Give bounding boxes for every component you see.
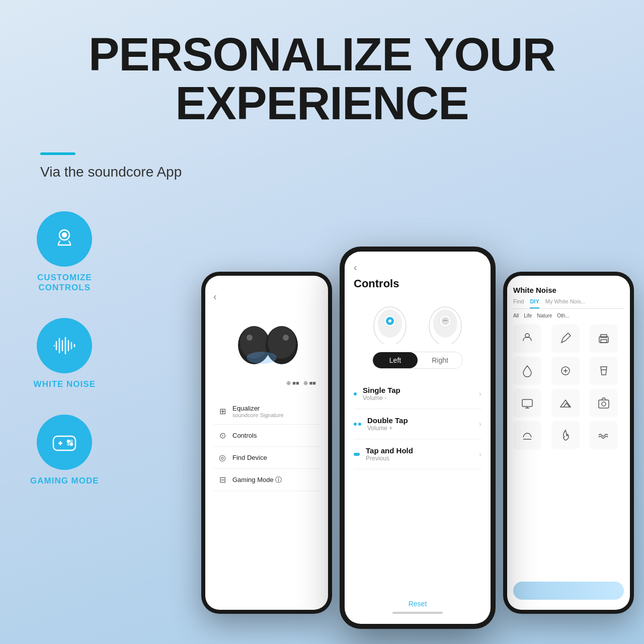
feature-gaming-mode: GAMING MODE [30, 415, 99, 486]
left-phone-menu: ⊞ Equalizer soundcore Signature ⊙ Contro… [213, 398, 320, 491]
phone-center: ‹ Controls [340, 247, 496, 629]
phone-right: White Noise Find DIY My White Nois... Al… [503, 272, 634, 614]
single-tap-text: Single Tap Volume - [363, 386, 473, 401]
phone-right-screen: White Noise Find DIY My White Nois... Al… [507, 276, 630, 610]
sound-icon-dog [513, 325, 541, 353]
left-phone-battery: ⊕ ■■ ⊕ ■■ [213, 378, 320, 388]
svg-rect-25 [599, 400, 609, 408]
touch-icon [49, 224, 79, 254]
reset-button[interactable]: Reset [354, 592, 481, 608]
svg-point-6 [67, 440, 69, 442]
controls-screen: ‹ Controls [345, 252, 491, 624]
svg-point-15 [283, 335, 289, 341]
double-tap-sublabel: Volume + [367, 425, 473, 432]
tap-hold-control[interactable]: Tap and Hold Previous › [354, 439, 481, 469]
lr-toggle[interactable]: Left Right [372, 352, 463, 369]
sound-icon-tv [513, 389, 541, 417]
tab-my-white-noise: My White Nois... [545, 298, 586, 308]
gaming-mode-menu-label: Gaming Mode ⓘ [232, 475, 282, 485]
white-noise-icon-grid [513, 325, 624, 449]
menu-item-controls: ⊙ Controls [213, 425, 320, 447]
sound-icon-fire [551, 421, 580, 449]
svg-point-26 [602, 402, 606, 406]
svg-rect-22 [522, 399, 532, 407]
sound-icon-pen [551, 325, 580, 353]
controls-title: Controls [354, 277, 481, 290]
double-tap-title: Double Tap [367, 416, 473, 425]
controls-earbuds [354, 298, 481, 344]
svg-point-12 [247, 335, 253, 341]
svg-point-7 [70, 443, 72, 445]
tap-hold-sublabel: Previous [366, 455, 473, 462]
gamepad-icon [49, 427, 79, 457]
right-earbud-illustration [425, 298, 465, 344]
left-earbud-illustration [370, 298, 410, 344]
svg-point-1 [62, 233, 66, 237]
menu-item-equalizer: ⊞ Equalizer soundcore Signature [213, 398, 320, 425]
white-noise-icon-circle [37, 318, 92, 373]
sound-icon-food [551, 357, 580, 385]
svg-point-32 [388, 319, 391, 323]
left-tab[interactable]: Left [373, 352, 418, 368]
features-list: CUSTOMIZECONTROLS WHITE NOISE [30, 211, 99, 486]
right-phone-content: White Noise Find DIY My White Nois... Al… [507, 276, 630, 610]
white-noise-title: White Noise [513, 286, 624, 294]
white-noise-label: WHITE NOISE [34, 379, 96, 389]
tap-hold-title: Tap and Hold [366, 446, 473, 455]
find-device-icon: ◎ [217, 453, 227, 462]
single-tap-control[interactable]: Single Tap Volume - › [354, 379, 481, 409]
equalizer-label: Equalizer [232, 405, 284, 412]
gaming-mode-label: GAMING MODE [30, 476, 99, 486]
feature-white-noise: WHITE NOISE [34, 318, 96, 389]
equalizer-sublabel: soundcore Signature [232, 412, 284, 418]
main-title: PERSONALIZE YOUR EXPERIENCE [40, 30, 604, 127]
equalizer-icon: ⊞ [217, 407, 227, 416]
svg-rect-20 [601, 340, 607, 343]
single-tap-chevron: › [479, 389, 481, 398]
tab-diy: DIY [530, 298, 539, 308]
gaming-mode-menu-icon: ⊟ [217, 475, 227, 485]
controls-back: ‹ [354, 262, 481, 273]
sound-icon-photo [590, 389, 618, 417]
white-noise-tabs: Find DIY My White Nois... [513, 298, 624, 309]
sound-icon-water [513, 357, 541, 385]
gaming-mode-icon-circle [37, 415, 92, 470]
controls-label: Controls [232, 432, 257, 439]
sound-icon-weather [513, 421, 541, 449]
home-indicator [392, 612, 443, 614]
sound-icon-waves [590, 421, 618, 449]
customize-controls-icon-circle [37, 211, 92, 267]
controls-icon: ⊙ [217, 431, 227, 440]
phone-center-screen: ‹ Controls [345, 252, 491, 624]
tab-find: Find [513, 298, 524, 308]
subtitle-text: Via the soundcore App [40, 164, 604, 180]
tap-hold-text: Tap and Hold Previous [366, 446, 473, 462]
phone-left: ‹ [201, 272, 332, 614]
earbuds-image [231, 312, 302, 373]
tap-hold-chevron: › [479, 450, 481, 459]
right-tab[interactable]: Right [418, 352, 462, 368]
svg-point-36 [441, 317, 449, 325]
menu-item-find-device: ◎ Find Device [213, 447, 320, 469]
category-nature: Nature [537, 313, 552, 318]
feature-customize-controls: CUSTOMIZECONTROLS [37, 211, 92, 293]
subtitle-section: Via the soundcore App [0, 137, 644, 180]
menu-item-gaming-mode: ⊟ Gaming Mode ⓘ [213, 469, 320, 491]
left-phone-content: ‹ [205, 276, 328, 610]
double-tap-text: Double Tap Volume + [367, 416, 473, 432]
tap-hold-indicator [354, 453, 360, 456]
customize-controls-label: CUSTOMIZECONTROLS [37, 273, 92, 293]
category-all: All [513, 313, 519, 318]
waveform-icon [49, 331, 79, 361]
double-tap-control[interactable]: Double Tap Volume + › [354, 409, 481, 439]
svg-point-8 [67, 443, 69, 445]
right-phone-bottom-bar [513, 582, 624, 600]
sound-icon-printer [590, 325, 618, 353]
sound-icon-drink [590, 357, 618, 385]
category-life: Life [524, 313, 532, 318]
find-device-label: Find Device [232, 454, 267, 461]
header-section: PERSONALIZE YOUR EXPERIENCE [0, 0, 644, 137]
left-phone-earbuds [213, 307, 320, 378]
double-tap-indicator [354, 423, 361, 426]
white-noise-categories: All Life Nature Oth... [513, 313, 624, 318]
